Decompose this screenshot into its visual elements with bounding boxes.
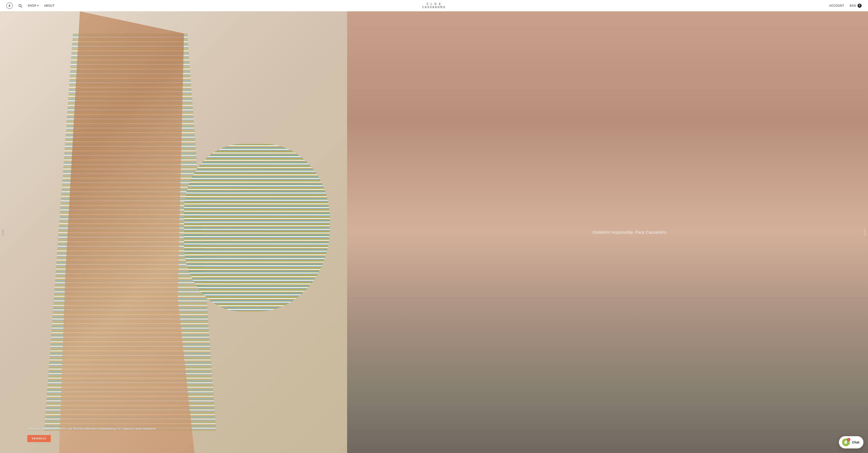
hero-caption: Discover Return to Form, our SS24 collec… bbox=[27, 427, 347, 430]
bag-count: 0 bbox=[858, 4, 862, 8]
chat-widget[interactable]: 1 Chat bbox=[839, 436, 863, 449]
chevron-down-icon: ▾ bbox=[37, 4, 39, 7]
crochet-bag bbox=[184, 144, 330, 312]
bag-button[interactable]: BAG 0 bbox=[850, 4, 862, 8]
nav-shop[interactable]: SHOP ▾ bbox=[28, 4, 39, 7]
chat-notification-badge: 1 bbox=[847, 438, 850, 441]
header-right: ACCOUNT BAG 0 bbox=[829, 4, 862, 8]
svg-line-1 bbox=[21, 6, 22, 7]
header-left: £ SHOP ▾ ABOUT bbox=[6, 2, 55, 9]
brand-logo[interactable]: C L O E CASSANDRO bbox=[422, 2, 446, 8]
next-nav[interactable]: NEXT bbox=[862, 226, 868, 238]
site-header: £ SHOP ▾ ABOUT C L O E CASSANDRO ACCOUNT… bbox=[0, 0, 868, 11]
bag-label: BAG bbox=[850, 4, 856, 7]
search-button[interactable] bbox=[18, 4, 22, 8]
svg-point-0 bbox=[19, 4, 21, 7]
brand-line2: CASSANDRO bbox=[422, 6, 446, 9]
horizon-line bbox=[347, 298, 868, 298]
hero-bottom-overlay: Discover Return to Form, our SS24 collec… bbox=[0, 427, 347, 453]
fashion-photo bbox=[0, 11, 347, 453]
hero-left-panel: PREV bbox=[0, 11, 347, 453]
shopify-chat-icon: 1 bbox=[842, 439, 850, 446]
currency-button[interactable]: £ bbox=[6, 2, 13, 9]
hero-section: PREV Globetrot responsibly. Pack Cassand… bbox=[0, 11, 868, 453]
hero-right-panel: Globetrot responsibly. Pack Cassandro. N… bbox=[347, 11, 868, 453]
brand-line1: C L O E bbox=[422, 2, 446, 5]
chat-label: Chat bbox=[852, 441, 859, 444]
search-icon bbox=[18, 4, 22, 8]
hero-tagline: Globetrot responsibly. Pack Cassandro. bbox=[593, 230, 668, 234]
account-link[interactable]: ACCOUNT bbox=[829, 4, 844, 7]
figure-body bbox=[0, 11, 347, 453]
nav-about[interactable]: ABOUT bbox=[44, 4, 55, 7]
newness-button[interactable]: NEWNESS bbox=[27, 435, 51, 442]
